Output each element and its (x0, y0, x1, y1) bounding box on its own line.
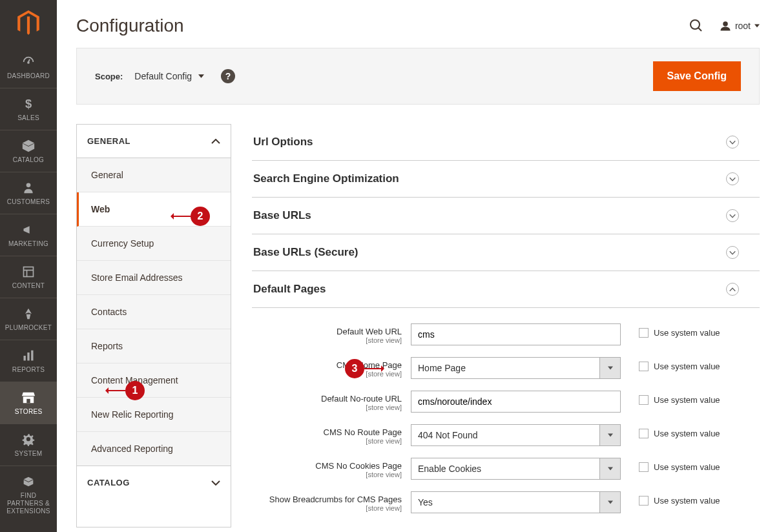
svg-line-12 (698, 28, 701, 31)
caret-down-icon (608, 433, 613, 437)
sidebar-item-catalog[interactable]: CATALOG (0, 130, 57, 172)
sidebar-item-label: SALES (17, 114, 39, 122)
select-toggle[interactable] (600, 491, 621, 513)
svg-rect-9 (31, 351, 33, 361)
configuration-nav: GENERAL GeneralWebCurrency SetupStore Em… (76, 124, 231, 527)
panel-base-urls[interactable]: Base URLs (252, 198, 760, 234)
sidebar-item-reports[interactable]: REPORTS (0, 340, 57, 382)
panel-base-urls-secure-[interactable]: Base URLs (Secure) (252, 234, 760, 271)
sidebar-item-label: STORES (15, 408, 43, 416)
config-item-contacts[interactable]: Contacts (77, 295, 231, 329)
megaphone-icon (21, 222, 36, 238)
extensions-icon (21, 474, 36, 489)
sidebar-item-label: CONTENT (12, 282, 45, 290)
use-system-checkbox[interactable] (639, 429, 649, 438)
use-system-checkbox[interactable] (639, 395, 649, 405)
panel-url-options[interactable]: Url Options (252, 124, 760, 161)
use-system-label: Use system value (654, 429, 720, 438)
save-config-button[interactable]: Save Config (653, 61, 741, 91)
use-system-label: Use system value (654, 395, 720, 405)
use-system-checkbox[interactable] (639, 328, 649, 338)
search-icon[interactable] (689, 18, 704, 34)
field-cms-no-route-page: CMS No Route Page[store view]404 Not Fou… (252, 424, 760, 446)
scope-select[interactable]: Default Config (134, 71, 204, 81)
chevron-down-icon (726, 246, 739, 259)
svg-rect-8 (27, 353, 29, 361)
gear-icon (21, 432, 36, 447)
sidebar-item-marketing[interactable]: MARKETING (0, 214, 57, 256)
caret-down-icon (754, 23, 760, 28)
use-system-label: Use system value (654, 462, 720, 472)
layout-icon (21, 264, 36, 280)
chevron-down-icon (726, 136, 739, 148)
settings-panels: Url OptionsSearch Engine OptimizationBas… (252, 124, 760, 527)
stores-icon (21, 390, 36, 405)
use-system-label: Use system value (654, 496, 720, 506)
chevron-down-icon (726, 172, 739, 185)
svg-rect-10 (26, 399, 30, 403)
sidebar-item-dashboard[interactable]: DASHBOARD (0, 46, 57, 88)
config-item-general[interactable]: General (77, 158, 231, 192)
barchart-icon (21, 348, 36, 363)
chevron-down-icon (211, 480, 220, 486)
config-item-store-email-addresses[interactable]: Store Email Addresses (77, 261, 231, 295)
cms-no-route-page-select-value[interactable]: 404 Not Found (411, 424, 600, 446)
default-web-url-input[interactable] (411, 323, 621, 345)
select-toggle[interactable] (600, 458, 621, 480)
user-icon (720, 20, 731, 32)
sidebar-item-label: CATALOG (13, 156, 44, 164)
config-item-advanced-reporting[interactable]: Advanced Reporting (77, 432, 231, 466)
default-no-route-url-input[interactable] (411, 391, 621, 413)
sidebar-item-customers[interactable]: CUSTOMERS (0, 172, 57, 214)
sidebar-item-sales[interactable]: $SALES (0, 88, 57, 130)
use-system-label: Use system value (654, 328, 720, 338)
dollar-icon: $ (21, 96, 36, 112)
config-item-reports[interactable]: Reports (77, 329, 231, 363)
sidebar-item-system[interactable]: SYSTEM (0, 424, 57, 466)
sidebar-item-label: DASHBOARD (7, 72, 50, 80)
svg-point-13 (723, 21, 728, 26)
use-system-checkbox[interactable] (639, 496, 649, 506)
select-toggle[interactable] (600, 424, 621, 446)
scope-label: Scope: (95, 72, 123, 81)
svg-text:$: $ (25, 97, 32, 110)
sidebar-item-find-partners-extensions[interactable]: FIND PARTNERS & EXTENSIONS (0, 466, 57, 523)
use-system-label: Use system value (654, 362, 720, 371)
cms-no-cookies-page-select-value[interactable]: Enable Cookies (411, 458, 600, 480)
config-item-content-management[interactable]: Content Management (77, 363, 231, 398)
help-icon[interactable]: ? (221, 69, 235, 83)
config-item-new-relic-reporting[interactable]: New Relic Reporting (77, 398, 231, 432)
panel-default-pages[interactable]: Default Pages (252, 271, 760, 308)
cms-home-page-select-value[interactable]: Home Page (411, 357, 600, 379)
magento-logo[interactable] (0, 0, 57, 46)
config-item-currency-setup[interactable]: Currency Setup (77, 227, 231, 261)
show-breadcrumbs-for-cms-pages-select-value[interactable]: Yes (411, 491, 600, 513)
sidebar-item-content[interactable]: CONTENT (0, 256, 57, 298)
config-section-general[interactable]: GENERAL (77, 125, 231, 158)
config-section-catalog[interactable]: CATALOG (77, 466, 231, 499)
caret-down-icon (198, 74, 204, 78)
select-toggle[interactable] (600, 357, 621, 379)
panel-search-engine-optimization[interactable]: Search Engine Optimization (252, 161, 760, 198)
svg-point-3 (26, 183, 31, 188)
user-menu[interactable]: root (720, 20, 760, 32)
sidebar-item-plumrocket[interactable]: PLUMROCKET (0, 298, 57, 340)
sidebar-item-label: FIND PARTNERS & EXTENSIONS (3, 492, 54, 515)
chevron-down-icon (726, 209, 739, 222)
chevron-up-icon (211, 139, 220, 144)
svg-rect-7 (24, 356, 26, 361)
page-title: Configuration (76, 15, 184, 36)
use-system-checkbox[interactable] (639, 362, 649, 371)
user-name: root (735, 21, 751, 31)
field-show-breadcrumbs-for-cms-pages: Show Breadcrumbs for CMS Pages[store vie… (252, 491, 760, 513)
caret-down-icon (608, 366, 613, 370)
sidebar-item-label: SYSTEM (15, 450, 43, 458)
sidebar-item-label: CUSTOMERS (7, 198, 50, 206)
magento-logo-icon (17, 10, 39, 36)
caret-down-icon (608, 467, 613, 471)
main-content: Configuration root Scope: Default Config (57, 0, 779, 532)
sidebar-item-stores[interactable]: STORES (0, 382, 57, 424)
sidebar-item-label: PLUMROCKET (5, 324, 52, 332)
use-system-checkbox[interactable] (639, 462, 649, 472)
config-item-web[interactable]: Web (77, 192, 231, 227)
